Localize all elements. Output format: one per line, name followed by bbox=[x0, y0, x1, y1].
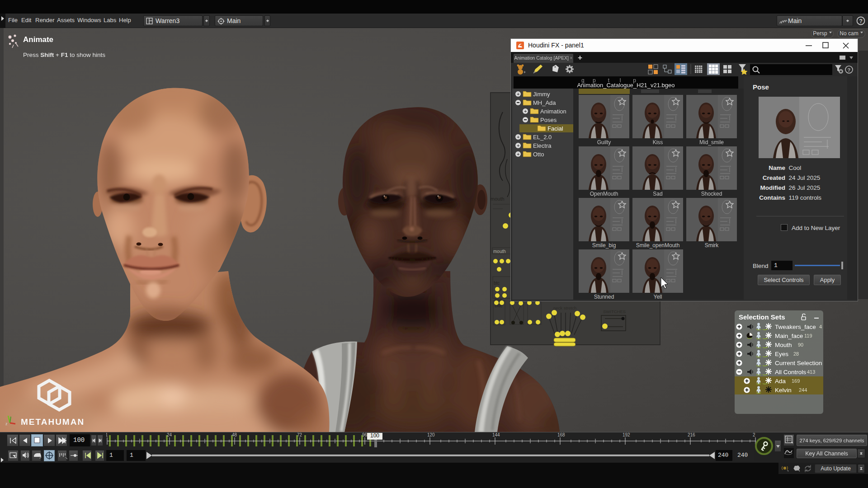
svg-text:mouth: mouth bbox=[493, 249, 506, 254]
svg-text:?: ? bbox=[859, 18, 863, 24]
svg-text:Otto: Otto bbox=[533, 151, 544, 158]
svg-text:+: + bbox=[524, 108, 527, 114]
svg-text:neck stretch: neck stretch bbox=[553, 305, 576, 310]
svg-text:?: ? bbox=[848, 67, 851, 73]
svg-text:28: 28 bbox=[793, 351, 799, 357]
svg-text:192: 192 bbox=[623, 433, 630, 437]
svg-text:413: 413 bbox=[807, 369, 815, 375]
svg-text:Tweakers_face: Tweakers_face bbox=[775, 324, 816, 330]
svg-text:+: + bbox=[517, 151, 519, 157]
svg-text:119: 119 bbox=[804, 333, 812, 338]
svg-text:mouth: mouth bbox=[491, 196, 505, 202]
svg-text:244: 244 bbox=[799, 387, 807, 393]
svg-text:100: 100 bbox=[370, 433, 379, 439]
svg-text:90: 90 bbox=[798, 342, 803, 347]
svg-text:+: + bbox=[517, 143, 519, 148]
svg-text:Electra: Electra bbox=[533, 142, 552, 149]
svg-text:1: 1 bbox=[106, 433, 108, 437]
svg-text:168: 168 bbox=[557, 433, 565, 437]
svg-text:216: 216 bbox=[688, 433, 695, 437]
svg-text:Ada: Ada bbox=[775, 378, 786, 385]
svg-text:Main_face: Main_face bbox=[775, 333, 803, 339]
svg-text:Facial: Facial bbox=[547, 125, 563, 132]
svg-text:Current Selection: Current Selection bbox=[775, 360, 822, 366]
svg-text:4: 4 bbox=[819, 324, 822, 329]
svg-text:MH_Ada: MH_Ada bbox=[533, 99, 556, 106]
svg-text:Poses: Poses bbox=[540, 117, 557, 123]
svg-text:btc: btc bbox=[494, 281, 500, 286]
svg-text:Eyes: Eyes bbox=[775, 351, 788, 357]
svg-text:96: 96 bbox=[362, 433, 368, 437]
svg-text:Animation: Animation bbox=[540, 108, 566, 115]
svg-text:Kelvin: Kelvin bbox=[775, 387, 792, 394]
svg-text:SWITCHES: SWITCHES bbox=[603, 309, 626, 314]
svg-text:Mouth: Mouth bbox=[775, 342, 792, 348]
svg-text:+: + bbox=[517, 134, 519, 140]
svg-text:48: 48 bbox=[232, 433, 237, 437]
svg-text:72: 72 bbox=[297, 433, 302, 437]
svg-text:169: 169 bbox=[792, 378, 800, 384]
svg-text:+: + bbox=[517, 91, 519, 97]
svg-text:METAHUMAN: METAHUMAN bbox=[21, 417, 85, 427]
svg-text:z: z bbox=[5, 422, 8, 426]
svg-text:24: 24 bbox=[167, 433, 172, 437]
svg-text:Jimmy: Jimmy bbox=[533, 91, 550, 98]
svg-text:All Controls: All Controls bbox=[775, 369, 806, 375]
svg-text:144: 144 bbox=[492, 433, 500, 437]
svg-text:120: 120 bbox=[427, 433, 435, 437]
svg-text:+: + bbox=[524, 70, 526, 75]
svg-text:EL_2.0: EL_2.0 bbox=[533, 134, 552, 141]
